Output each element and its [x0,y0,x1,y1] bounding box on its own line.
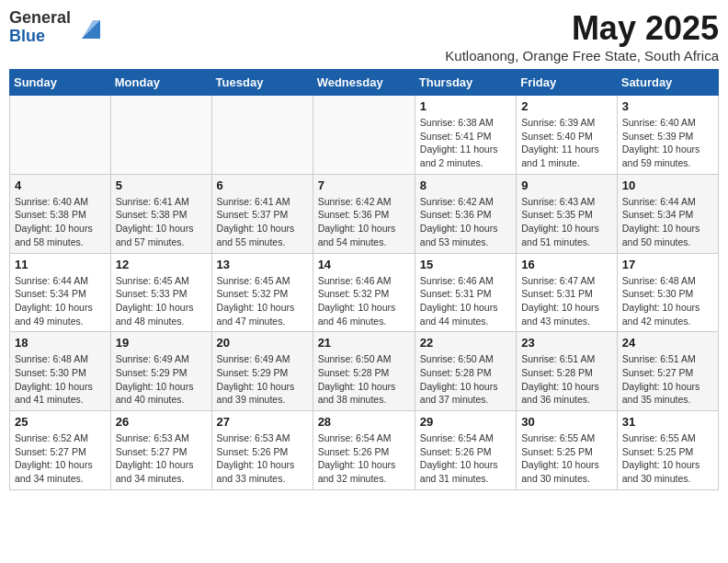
day-info: Sunrise: 6:54 AM Sunset: 5:26 PM Dayligh… [318,431,410,486]
week-row-2: 4Sunrise: 6:40 AM Sunset: 5:38 PM Daylig… [10,174,719,253]
location-subtitle: Kutloanong, Orange Free State, South Afr… [445,48,719,63]
calendar-cell [110,96,211,175]
header-day-wednesday: Wednesday [313,70,415,96]
day-info: Sunrise: 6:50 AM Sunset: 5:28 PM Dayligh… [318,352,410,407]
logo-text: General Blue [9,9,71,46]
week-row-3: 11Sunrise: 6:44 AM Sunset: 5:34 PM Dayli… [10,253,719,332]
day-info: Sunrise: 6:43 AM Sunset: 5:35 PM Dayligh… [521,195,612,249]
day-info: Sunrise: 6:52 AM Sunset: 5:27 PM Dayligh… [15,431,106,486]
day-info: Sunrise: 6:41 AM Sunset: 5:37 PM Dayligh… [217,195,308,249]
day-info: Sunrise: 6:50 AM Sunset: 5:28 PM Dayligh… [420,352,511,407]
calendar-cell: 19Sunrise: 6:49 AM Sunset: 5:29 PM Dayli… [110,332,211,411]
day-info: Sunrise: 6:49 AM Sunset: 5:29 PM Dayligh… [217,352,308,407]
calendar-cell: 27Sunrise: 6:53 AM Sunset: 5:26 PM Dayli… [211,411,313,490]
header-day-sunday: Sunday [10,70,111,96]
calendar-cell: 29Sunrise: 6:54 AM Sunset: 5:26 PM Dayli… [415,411,516,490]
day-info: Sunrise: 6:46 AM Sunset: 5:32 PM Dayligh… [318,274,410,328]
calendar-cell: 26Sunrise: 6:53 AM Sunset: 5:27 PM Dayli… [110,411,211,490]
svg-marker-1 [82,20,100,39]
header-day-monday: Monday [110,70,211,96]
day-number: 23 [521,336,612,350]
day-info: Sunrise: 6:40 AM Sunset: 5:39 PM Dayligh… [622,116,713,170]
calendar-cell [211,96,313,175]
day-info: Sunrise: 6:54 AM Sunset: 5:26 PM Dayligh… [420,431,511,486]
calendar-cell: 16Sunrise: 6:47 AM Sunset: 5:31 PM Dayli… [517,253,618,332]
day-info: Sunrise: 6:47 AM Sunset: 5:31 PM Dayligh… [521,274,612,328]
day-number: 6 [217,178,308,192]
day-info: Sunrise: 6:44 AM Sunset: 5:34 PM Dayligh… [15,274,106,328]
page-header: General Blue May 2025 Kutloanong, Orange… [9,9,719,63]
calendar-cell: 24Sunrise: 6:51 AM Sunset: 5:27 PM Dayli… [617,332,718,411]
day-number: 30 [521,415,612,429]
calendar-cell: 14Sunrise: 6:46 AM Sunset: 5:32 PM Dayli… [313,253,415,332]
calendar-table: SundayMondayTuesdayWednesdayThursdayFrid… [9,69,719,490]
calendar-cell: 8Sunrise: 6:42 AM Sunset: 5:36 PM Daylig… [415,174,516,253]
day-number: 26 [116,415,207,429]
calendar-cell: 18Sunrise: 6:48 AM Sunset: 5:30 PM Dayli… [10,332,111,411]
header-day-tuesday: Tuesday [211,70,313,96]
day-number: 7 [318,178,410,192]
month-title: May 2025 [445,9,719,48]
day-number: 2 [521,99,612,113]
day-info: Sunrise: 6:53 AM Sunset: 5:26 PM Dayligh… [217,431,308,486]
day-number: 13 [217,258,308,271]
day-number: 11 [15,258,106,271]
calendar-cell: 11Sunrise: 6:44 AM Sunset: 5:34 PM Dayli… [10,253,111,332]
day-number: 3 [622,99,713,113]
header-day-saturday: Saturday [617,70,718,96]
day-number: 21 [318,336,410,350]
day-info: Sunrise: 6:48 AM Sunset: 5:30 PM Dayligh… [15,352,106,407]
calendar-cell: 30Sunrise: 6:55 AM Sunset: 5:25 PM Dayli… [517,411,618,490]
day-number: 31 [622,415,713,429]
day-number: 19 [116,336,207,350]
calendar-cell: 2Sunrise: 6:39 AM Sunset: 5:40 PM Daylig… [517,96,618,175]
calendar-cell: 15Sunrise: 6:46 AM Sunset: 5:31 PM Dayli… [415,253,516,332]
day-number: 15 [420,258,511,271]
calendar-body: 1Sunrise: 6:38 AM Sunset: 5:41 PM Daylig… [10,96,719,490]
header-row: SundayMondayTuesdayWednesdayThursdayFrid… [10,70,719,96]
day-info: Sunrise: 6:53 AM Sunset: 5:27 PM Dayligh… [116,431,207,486]
day-number: 1 [420,99,511,113]
calendar-cell: 3Sunrise: 6:40 AM Sunset: 5:39 PM Daylig… [617,96,718,175]
week-row-5: 25Sunrise: 6:52 AM Sunset: 5:27 PM Dayli… [10,411,719,490]
day-number: 29 [420,415,511,429]
day-info: Sunrise: 6:44 AM Sunset: 5:34 PM Dayligh… [622,195,713,249]
calendar-cell [313,96,415,175]
day-info: Sunrise: 6:42 AM Sunset: 5:36 PM Dayligh… [420,195,511,249]
week-row-1: 1Sunrise: 6:38 AM Sunset: 5:41 PM Daylig… [10,96,719,175]
day-number: 16 [521,258,612,271]
day-info: Sunrise: 6:49 AM Sunset: 5:29 PM Dayligh… [116,352,207,407]
calendar-cell: 17Sunrise: 6:48 AM Sunset: 5:30 PM Dayli… [617,253,718,332]
calendar-cell: 4Sunrise: 6:40 AM Sunset: 5:38 PM Daylig… [10,174,111,253]
day-info: Sunrise: 6:55 AM Sunset: 5:25 PM Dayligh… [622,431,713,486]
logo-general: General [9,9,71,28]
day-number: 25 [15,415,106,429]
day-info: Sunrise: 6:51 AM Sunset: 5:27 PM Dayligh… [622,352,713,407]
day-info: Sunrise: 6:51 AM Sunset: 5:28 PM Dayligh… [521,352,612,407]
day-info: Sunrise: 6:42 AM Sunset: 5:36 PM Dayligh… [318,195,410,249]
header-day-thursday: Thursday [415,70,516,96]
calendar-cell: 20Sunrise: 6:49 AM Sunset: 5:29 PM Dayli… [211,332,313,411]
calendar-header: SundayMondayTuesdayWednesdayThursdayFrid… [10,70,719,96]
title-block: May 2025 Kutloanong, Orange Free State, … [445,9,719,63]
day-number: 22 [420,336,511,350]
day-number: 17 [622,258,713,271]
day-number: 20 [217,336,308,350]
logo: General Blue [9,9,104,46]
calendar-cell: 23Sunrise: 6:51 AM Sunset: 5:28 PM Dayli… [517,332,618,411]
day-number: 14 [318,258,410,271]
calendar-cell: 22Sunrise: 6:50 AM Sunset: 5:28 PM Dayli… [415,332,516,411]
day-number: 10 [622,178,713,192]
day-info: Sunrise: 6:46 AM Sunset: 5:31 PM Dayligh… [420,274,511,328]
header-day-friday: Friday [517,70,618,96]
day-number: 12 [116,258,207,271]
day-info: Sunrise: 6:48 AM Sunset: 5:30 PM Dayligh… [622,274,713,328]
day-info: Sunrise: 6:55 AM Sunset: 5:25 PM Dayligh… [521,431,612,486]
day-info: Sunrise: 6:39 AM Sunset: 5:40 PM Dayligh… [521,116,612,170]
calendar-cell: 25Sunrise: 6:52 AM Sunset: 5:27 PM Dayli… [10,411,111,490]
week-row-4: 18Sunrise: 6:48 AM Sunset: 5:30 PM Dayli… [10,332,719,411]
calendar-cell: 10Sunrise: 6:44 AM Sunset: 5:34 PM Dayli… [617,174,718,253]
day-number: 18 [15,336,106,350]
day-number: 9 [521,178,612,192]
calendar-cell: 13Sunrise: 6:45 AM Sunset: 5:32 PM Dayli… [211,253,313,332]
